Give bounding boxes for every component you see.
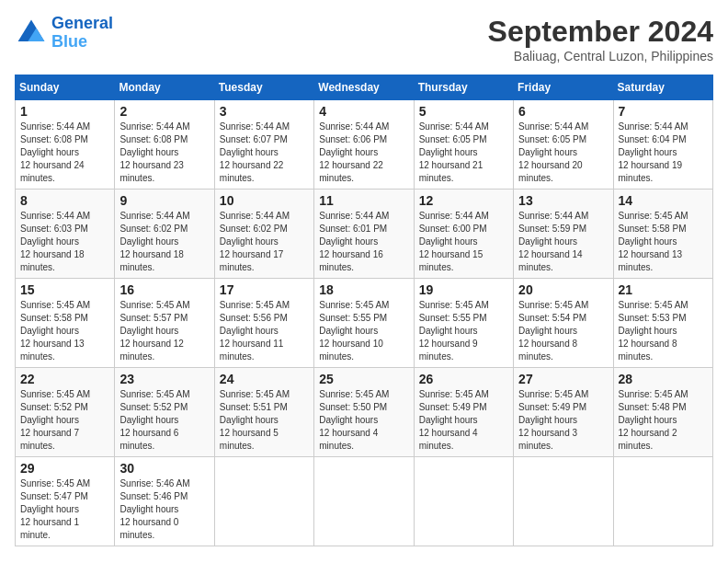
- day-number: 13: [518, 193, 608, 208]
- table-row: 17 Sunrise: 5:45 AMSunset: 5:56 PMDaylig…: [214, 279, 313, 368]
- table-row: 21 Sunrise: 5:45 AMSunset: 5:53 PMDaylig…: [613, 279, 712, 368]
- table-row: 13 Sunrise: 5:44 AMSunset: 5:59 PMDaylig…: [514, 190, 613, 279]
- month-title: September 2024: [488, 15, 713, 49]
- day-info: Sunrise: 5:45 AMSunset: 5:55 PMDaylight …: [319, 300, 389, 362]
- logo-icon: [15, 17, 48, 50]
- day-number: 14: [619, 193, 708, 208]
- calendar-week-row: 29 Sunrise: 5:45 AMSunset: 5:47 PMDaylig…: [16, 457, 713, 546]
- table-row: 25 Sunrise: 5:45 AMSunset: 5:50 PMDaylig…: [314, 368, 414, 457]
- day-info: Sunrise: 5:45 AMSunset: 5:57 PMDaylight …: [119, 300, 189, 362]
- col-wednesday: Wednesday: [314, 75, 414, 100]
- logo-text: General Blue: [51, 15, 113, 52]
- calendar-week-row: 15 Sunrise: 5:45 AMSunset: 5:58 PMDaylig…: [16, 279, 713, 368]
- table-row: [214, 457, 313, 546]
- day-number: 2: [119, 104, 209, 119]
- day-info: Sunrise: 5:44 AMSunset: 6:04 PMDaylight …: [619, 121, 688, 183]
- table-row: 2 Sunrise: 5:44 AMSunset: 6:08 PMDayligh…: [115, 100, 214, 190]
- table-row: 29 Sunrise: 5:45 AMSunset: 5:47 PMDaylig…: [16, 457, 115, 546]
- day-number: 21: [619, 282, 708, 297]
- day-number: 8: [20, 193, 109, 208]
- table-row: 18 Sunrise: 5:45 AMSunset: 5:55 PMDaylig…: [314, 279, 414, 368]
- day-info: Sunrise: 5:44 AMSunset: 6:02 PMDaylight …: [220, 211, 290, 272]
- table-row: 7 Sunrise: 5:44 AMSunset: 6:04 PMDayligh…: [613, 100, 712, 190]
- day-number: 12: [419, 193, 508, 208]
- day-number: 1: [20, 104, 109, 119]
- day-info: Sunrise: 5:44 AMSunset: 6:08 PMDaylight …: [20, 121, 90, 183]
- day-number: 6: [518, 104, 608, 119]
- title-block: September 2024 Baliuag, Central Luzon, P…: [488, 15, 713, 63]
- day-number: 24: [220, 372, 309, 386]
- day-number: 16: [119, 282, 209, 297]
- table-row: 20 Sunrise: 5:45 AMSunset: 5:54 PMDaylig…: [514, 279, 613, 368]
- day-number: 27: [518, 372, 608, 386]
- day-info: Sunrise: 5:44 AMSunset: 6:08 PMDaylight …: [119, 121, 189, 183]
- day-number: 7: [619, 104, 708, 119]
- day-number: 4: [319, 104, 408, 119]
- day-info: Sunrise: 5:44 AMSunset: 6:05 PMDaylight …: [419, 121, 489, 183]
- table-row: 16 Sunrise: 5:45 AMSunset: 5:57 PMDaylig…: [115, 279, 214, 368]
- day-number: 28: [619, 372, 708, 386]
- day-number: 30: [119, 461, 209, 476]
- day-info: Sunrise: 5:45 AMSunset: 5:49 PMDaylight …: [419, 389, 489, 451]
- table-row: 8 Sunrise: 5:44 AMSunset: 6:03 PMDayligh…: [16, 190, 115, 279]
- col-tuesday: Tuesday: [214, 75, 313, 100]
- table-row: [613, 457, 712, 546]
- table-row: 22 Sunrise: 5:45 AMSunset: 5:52 PMDaylig…: [16, 368, 115, 457]
- day-number: 19: [419, 282, 508, 297]
- day-number: 29: [20, 461, 109, 476]
- day-info: Sunrise: 5:45 AMSunset: 5:52 PMDaylight …: [20, 389, 90, 451]
- calendar-week-row: 1 Sunrise: 5:44 AMSunset: 6:08 PMDayligh…: [16, 100, 713, 190]
- day-info: Sunrise: 5:44 AMSunset: 6:03 PMDaylight …: [20, 211, 90, 272]
- table-row: 19 Sunrise: 5:45 AMSunset: 5:55 PMDaylig…: [414, 279, 513, 368]
- table-row: 23 Sunrise: 5:45 AMSunset: 5:52 PMDaylig…: [115, 368, 214, 457]
- logo: General Blue: [15, 15, 113, 52]
- table-row: 10 Sunrise: 5:44 AMSunset: 6:02 PMDaylig…: [214, 190, 313, 279]
- col-sunday: Sunday: [16, 75, 115, 100]
- page-header: General Blue September 2024 Baliuag, Cen…: [15, 15, 713, 63]
- day-info: Sunrise: 5:44 AMSunset: 6:06 PMDaylight …: [319, 121, 389, 183]
- day-info: Sunrise: 5:44 AMSunset: 5:59 PMDaylight …: [518, 211, 588, 272]
- day-number: 3: [220, 104, 309, 119]
- table-row: [414, 457, 513, 546]
- col-thursday: Thursday: [414, 75, 513, 100]
- day-number: 5: [419, 104, 508, 119]
- day-number: 17: [220, 282, 309, 297]
- day-number: 10: [220, 193, 309, 208]
- day-info: Sunrise: 5:44 AMSunset: 6:00 PMDaylight …: [419, 211, 489, 272]
- table-row: 30 Sunrise: 5:46 AMSunset: 5:46 PMDaylig…: [115, 457, 214, 546]
- day-info: Sunrise: 5:45 AMSunset: 5:58 PMDaylight …: [619, 211, 688, 272]
- day-info: Sunrise: 5:45 AMSunset: 5:47 PMDaylight …: [20, 478, 90, 540]
- day-info: Sunrise: 5:45 AMSunset: 5:49 PMDaylight …: [518, 389, 588, 451]
- table-row: 6 Sunrise: 5:44 AMSunset: 6:05 PMDayligh…: [514, 100, 613, 190]
- day-info: Sunrise: 5:45 AMSunset: 5:56 PMDaylight …: [220, 300, 290, 362]
- day-number: 9: [119, 193, 209, 208]
- table-row: 3 Sunrise: 5:44 AMSunset: 6:07 PMDayligh…: [214, 100, 313, 190]
- calendar-week-row: 8 Sunrise: 5:44 AMSunset: 6:03 PMDayligh…: [16, 190, 713, 279]
- day-info: Sunrise: 5:44 AMSunset: 6:02 PMDaylight …: [119, 211, 189, 272]
- table-row: 27 Sunrise: 5:45 AMSunset: 5:49 PMDaylig…: [514, 368, 613, 457]
- table-row: 28 Sunrise: 5:45 AMSunset: 5:48 PMDaylig…: [613, 368, 712, 457]
- day-info: Sunrise: 5:45 AMSunset: 5:51 PMDaylight …: [220, 389, 290, 451]
- day-number: 11: [319, 193, 408, 208]
- day-number: 23: [119, 372, 209, 386]
- day-number: 26: [419, 372, 508, 386]
- table-row: 11 Sunrise: 5:44 AMSunset: 6:01 PMDaylig…: [314, 190, 414, 279]
- day-info: Sunrise: 5:45 AMSunset: 5:54 PMDaylight …: [518, 300, 588, 362]
- day-info: Sunrise: 5:46 AMSunset: 5:46 PMDaylight …: [119, 478, 189, 540]
- table-row: 9 Sunrise: 5:44 AMSunset: 6:02 PMDayligh…: [115, 190, 214, 279]
- day-number: 20: [518, 282, 608, 297]
- day-info: Sunrise: 5:45 AMSunset: 5:58 PMDaylight …: [20, 300, 90, 362]
- day-number: 25: [319, 372, 408, 386]
- table-row: [514, 457, 613, 546]
- day-number: 15: [20, 282, 109, 297]
- table-row: [314, 457, 414, 546]
- table-row: 24 Sunrise: 5:45 AMSunset: 5:51 PMDaylig…: [214, 368, 313, 457]
- day-info: Sunrise: 5:45 AMSunset: 5:52 PMDaylight …: [119, 389, 189, 451]
- table-row: 1 Sunrise: 5:44 AMSunset: 6:08 PMDayligh…: [16, 100, 115, 190]
- day-info: Sunrise: 5:45 AMSunset: 5:48 PMDaylight …: [619, 389, 688, 451]
- day-info: Sunrise: 5:45 AMSunset: 5:50 PMDaylight …: [319, 389, 389, 451]
- day-info: Sunrise: 5:44 AMSunset: 6:01 PMDaylight …: [319, 211, 389, 272]
- calendar-table: Sunday Monday Tuesday Wednesday Thursday…: [15, 75, 713, 546]
- header-row: Sunday Monday Tuesday Wednesday Thursday…: [16, 75, 713, 100]
- day-info: Sunrise: 5:45 AMSunset: 5:53 PMDaylight …: [619, 300, 688, 362]
